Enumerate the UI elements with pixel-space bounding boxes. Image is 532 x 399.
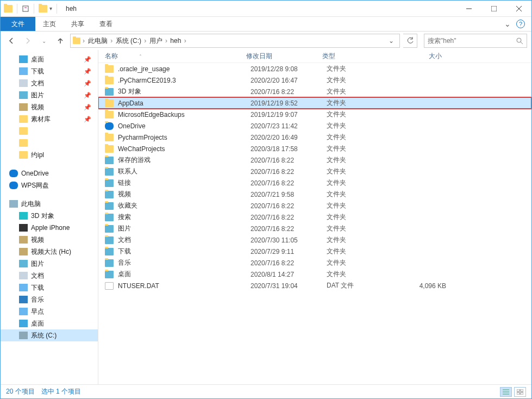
- view-icons-button[interactable]: [514, 387, 526, 397]
- sidebar-item[interactable]: 早点: [1, 306, 98, 317]
- file-date: 2019/12/28 9:08: [251, 65, 327, 73]
- sidebar-item-label: 图片: [31, 259, 44, 269]
- view-details-button[interactable]: [500, 387, 512, 397]
- file-row[interactable]: 联系人2020/7/16 8:22文件夹: [98, 166, 531, 177]
- sidebar-item-label: 下载: [31, 283, 44, 292]
- sidebar-item[interactable]: WPS网盘: [1, 179, 98, 191]
- file-row[interactable]: 3D 对象2020/7/16 8:22文件夹: [98, 86, 531, 97]
- sidebar-item[interactable]: 文档📌: [1, 77, 98, 89]
- qat-props-icon[interactable]: [22, 5, 29, 13]
- minimize-button[interactable]: [456, 1, 481, 17]
- file-size: 4,096 KB: [403, 282, 457, 290]
- breadcrumb-segment[interactable]: 用户: [148, 37, 164, 45]
- sidebar-item[interactable]: [1, 125, 98, 137]
- sidebar-item[interactable]: 桌面: [1, 317, 98, 329]
- sidebar-item[interactable]: 文档: [1, 270, 98, 282]
- file-row[interactable]: NTUSER.DAT2020/7/31 19:04DAT 文件4,096 KB: [98, 280, 531, 291]
- file-row[interactable]: MicrosoftEdgeBackups2019/12/19 9:07文件夹: [98, 109, 531, 120]
- file-row[interactable]: WeChatProjects2020/3/18 17:58文件夹: [98, 143, 531, 154]
- file-row[interactable]: .PyCharmCE2019.32020/2/20 16:47文件夹: [98, 74, 531, 86]
- sidebar-item-label: 3D 对象: [31, 211, 54, 221]
- ribbon-expand-icon[interactable]: ⌄: [504, 20, 511, 28]
- up-button[interactable]: [54, 34, 67, 47]
- breadcrumb-segment[interactable]: 此电脑: [87, 37, 109, 45]
- file-row[interactable]: 音乐2020/7/16 8:22文件夹: [98, 257, 531, 269]
- address-dropdown-icon[interactable]: ⌄: [385, 37, 397, 45]
- refresh-button[interactable]: [403, 34, 417, 48]
- file-row[interactable]: 视频2020/7/21 9:58文件夹: [98, 189, 531, 200]
- sys-icon: [105, 248, 114, 255]
- file-row[interactable]: 桌面2020/8/1 14:27文件夹: [98, 269, 531, 280]
- sidebar-item[interactable]: 3D 对象: [1, 210, 98, 222]
- svg-rect-0: [23, 6, 28, 11]
- sidebar-item[interactable]: [1, 137, 98, 149]
- help-icon[interactable]: ?: [516, 20, 525, 28]
- sidebar-item[interactable]: 图片: [1, 258, 98, 270]
- file-row[interactable]: .oracle_jre_usage2019/12/28 9:08文件夹: [98, 63, 531, 74]
- file-type: DAT 文件: [327, 281, 403, 290]
- column-name[interactable]: 名称ˆ: [105, 52, 246, 61]
- pc-icon: [9, 200, 18, 208]
- cloud-icon: [9, 170, 18, 177]
- sidebar-item[interactable]: 系统 (C:): [1, 329, 98, 341]
- column-date[interactable]: 修改日期: [246, 52, 322, 61]
- sidebar-item[interactable]: 视频📌: [1, 101, 98, 113]
- svg-rect-14: [521, 392, 523, 395]
- breadcrumb-segment[interactable]: 系统 (C:): [115, 37, 142, 45]
- file-row[interactable]: AppData2019/12/19 8:52文件夹: [98, 97, 531, 109]
- maximize-button[interactable]: [481, 1, 506, 17]
- file-row[interactable]: 下载2020/7/29 9:11文件夹: [98, 246, 531, 257]
- sidebar-item-label: 下载: [31, 67, 44, 76]
- ribbon-file-tab[interactable]: 文件: [1, 17, 35, 31]
- sidebar-item[interactable]: 桌面📌: [1, 53, 98, 65]
- sidebar-item[interactable]: 下载: [1, 282, 98, 294]
- column-size[interactable]: 大小: [398, 52, 453, 61]
- ribbon-tab[interactable]: 查看: [92, 17, 120, 31]
- search-icon[interactable]: [516, 37, 523, 45]
- breadcrumb-segment[interactable]: heh: [169, 37, 182, 45]
- file-name: OneDrive: [118, 122, 251, 130]
- sidebar-item[interactable]: Apple iPhone: [1, 222, 98, 234]
- search-box[interactable]: [424, 34, 527, 48]
- sidebar-item[interactable]: 视频: [1, 234, 98, 246]
- chevron-right-icon: ›: [164, 37, 170, 45]
- file-name: MicrosoftEdgeBackups: [118, 111, 251, 119]
- titlebar: ▾ heh: [1, 1, 531, 17]
- forward-button[interactable]: [21, 34, 34, 47]
- search-input[interactable]: [428, 37, 516, 45]
- file-row[interactable]: PycharmProjects2020/2/20 16:49文件夹: [98, 132, 531, 143]
- sidebar-item[interactable]: 音乐: [1, 294, 98, 306]
- address-bar[interactable]: › 此电脑 › 系统 (C:) › 用户 › heh › ⌄: [70, 34, 400, 48]
- pic-icon: [19, 260, 28, 267]
- recent-dropdown[interactable]: ⌄: [37, 34, 51, 47]
- sidebar-item[interactable]: 素材库📌: [1, 113, 98, 125]
- sidebar-item-label: 桌面: [31, 55, 44, 64]
- ribbon-tab[interactable]: 主页: [35, 17, 64, 31]
- folder-icon: [105, 134, 114, 141]
- file-row[interactable]: 文档2020/7/30 11:05文件夹: [98, 234, 531, 246]
- sidebar-item[interactable]: 视频大法 (Hc): [1, 246, 98, 258]
- qat-folder-icon[interactable]: [39, 5, 47, 13]
- file-name: 图片: [118, 224, 251, 233]
- ribbon: 文件 主页共享查看 ⌄ ?: [1, 17, 531, 32]
- qat-dropdown-icon[interactable]: ▾: [49, 5, 52, 11]
- file-row[interactable]: 保存的游戏2020/7/16 8:22文件夹: [98, 154, 531, 166]
- sidebar-item[interactable]: OneDrive: [1, 167, 98, 179]
- close-button[interactable]: [506, 1, 531, 17]
- column-type[interactable]: 类型: [322, 52, 398, 61]
- sidebar-item[interactable]: 下载📌: [1, 65, 98, 77]
- ribbon-tab[interactable]: 共享: [64, 17, 92, 31]
- file-row[interactable]: 收藏夹2020/7/16 8:22文件夹: [98, 200, 531, 211]
- back-button[interactable]: [5, 34, 18, 47]
- file-date: 2020/7/16 8:22: [251, 88, 327, 96]
- file-name: 文档: [118, 235, 251, 245]
- sidebar-item[interactable]: 图片📌: [1, 89, 98, 101]
- file-name: 收藏夹: [118, 201, 251, 210]
- sidebar-item[interactable]: 约ipl: [1, 149, 98, 161]
- file-row[interactable]: 链接2020/7/16 8:22文件夹: [98, 177, 531, 189]
- file-row[interactable]: 搜索2020/7/16 8:22文件夹: [98, 211, 531, 223]
- sidebar-this-pc[interactable]: 此电脑: [1, 198, 98, 210]
- sidebar-item-label: 视频大法 (Hc): [31, 247, 71, 257]
- file-row[interactable]: OneDrive2020/7/23 11:42文件夹: [98, 120, 531, 132]
- file-row[interactable]: 图片2020/7/16 8:22文件夹: [98, 223, 531, 234]
